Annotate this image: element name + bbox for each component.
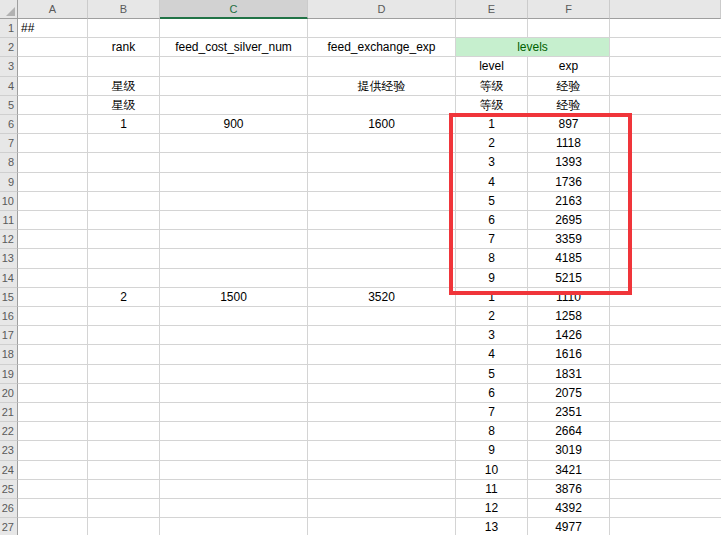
cell-C27[interactable]: [160, 518, 308, 535]
cell-C7[interactable]: [160, 134, 308, 153]
cell-C14[interactable]: [160, 269, 308, 288]
cell-A18[interactable]: [18, 345, 88, 364]
cell-C26[interactable]: [160, 499, 308, 518]
cell-C8[interactable]: [160, 153, 308, 172]
column-header-C[interactable]: C: [160, 0, 308, 19]
cell-C20[interactable]: [160, 384, 308, 403]
cell-E26[interactable]: 12: [456, 499, 528, 518]
cell-B11[interactable]: [88, 211, 160, 230]
row-header-11[interactable]: 11: [0, 211, 18, 230]
cell-C12[interactable]: [160, 230, 308, 249]
cell-C13[interactable]: [160, 249, 308, 268]
cell-A4[interactable]: [18, 77, 88, 96]
cell-E7[interactable]: 2: [456, 134, 528, 153]
cell-D10[interactable]: [308, 192, 456, 211]
cell-A2[interactable]: [18, 38, 88, 57]
cell-A27[interactable]: [18, 518, 88, 535]
cell-B17[interactable]: [88, 326, 160, 345]
cell-C2[interactable]: feed_cost_silver_num: [160, 38, 308, 57]
cell-B12[interactable]: [88, 230, 160, 249]
cell-B25[interactable]: [88, 480, 160, 499]
column-header-B[interactable]: B: [88, 0, 160, 19]
cell-A24[interactable]: [18, 461, 88, 480]
cell-D23[interactable]: [308, 441, 456, 460]
cell-A19[interactable]: [18, 365, 88, 384]
cell-F17[interactable]: 1426: [528, 326, 610, 345]
cell-E5[interactable]: 等级: [456, 96, 528, 115]
cell-F3[interactable]: exp: [528, 57, 610, 76]
cell-E11[interactable]: 6: [456, 211, 528, 230]
cell-D13[interactable]: [308, 249, 456, 268]
cell-B8[interactable]: [88, 153, 160, 172]
cell-B23[interactable]: [88, 441, 160, 460]
cell-C4[interactable]: [160, 77, 308, 96]
cell-A9[interactable]: [18, 173, 88, 192]
cell-C23[interactable]: [160, 441, 308, 460]
cell-A26[interactable]: [18, 499, 88, 518]
cell-B10[interactable]: [88, 192, 160, 211]
cell-D8[interactable]: [308, 153, 456, 172]
cell-F16[interactable]: 1258: [528, 307, 610, 326]
cell-F18[interactable]: 1616: [528, 345, 610, 364]
cell-G26[interactable]: [610, 499, 721, 518]
cell-G1[interactable]: [610, 19, 721, 38]
cell-G3[interactable]: [610, 57, 721, 76]
row-header-24[interactable]: 24: [0, 461, 18, 480]
cell-B4[interactable]: 星级: [88, 77, 160, 96]
cell-E10[interactable]: 5: [456, 192, 528, 211]
cell-A7[interactable]: [18, 134, 88, 153]
cell-C21[interactable]: [160, 403, 308, 422]
cell-G5[interactable]: [610, 96, 721, 115]
cell-G10[interactable]: [610, 192, 721, 211]
cell-G9[interactable]: [610, 173, 721, 192]
cell-B6[interactable]: 1: [88, 115, 160, 134]
cell-E24[interactable]: 10: [456, 461, 528, 480]
cell-F5[interactable]: 经验: [528, 96, 610, 115]
row-header-16[interactable]: 16: [0, 307, 18, 326]
cell-F9[interactable]: 1736: [528, 173, 610, 192]
cell-F10[interactable]: 2163: [528, 192, 610, 211]
cell-E8[interactable]: 3: [456, 153, 528, 172]
cell-C19[interactable]: [160, 365, 308, 384]
cell-G24[interactable]: [610, 461, 721, 480]
cell-E17[interactable]: 3: [456, 326, 528, 345]
cell-C10[interactable]: [160, 192, 308, 211]
cell-A25[interactable]: [18, 480, 88, 499]
cell-G25[interactable]: [610, 480, 721, 499]
cell-A23[interactable]: [18, 441, 88, 460]
cell-E13[interactable]: 8: [456, 249, 528, 268]
merged-cell-levels[interactable]: levels: [456, 38, 610, 57]
cell-A1[interactable]: ##: [18, 19, 88, 38]
row-header-19[interactable]: 19: [0, 365, 18, 384]
cell-F26[interactable]: 4392: [528, 499, 610, 518]
cell-D12[interactable]: [308, 230, 456, 249]
cell-G27[interactable]: [610, 518, 721, 535]
cell-E6[interactable]: 1: [456, 115, 528, 134]
cell-E16[interactable]: 2: [456, 307, 528, 326]
cell-F21[interactable]: 2351: [528, 403, 610, 422]
cell-D4[interactable]: 提供经验: [308, 77, 456, 96]
row-header-23[interactable]: 23: [0, 441, 18, 460]
cell-D20[interactable]: [308, 384, 456, 403]
cell-B9[interactable]: [88, 173, 160, 192]
row-header-7[interactable]: 7: [0, 134, 18, 153]
cell-D19[interactable]: [308, 365, 456, 384]
cell-A20[interactable]: [18, 384, 88, 403]
cell-A13[interactable]: [18, 249, 88, 268]
row-header-14[interactable]: 14: [0, 269, 18, 288]
cell-A8[interactable]: [18, 153, 88, 172]
cell-A3[interactable]: [18, 57, 88, 76]
column-header-D[interactable]: D: [308, 0, 456, 19]
cell-A16[interactable]: [18, 307, 88, 326]
row-header-10[interactable]: 10: [0, 192, 18, 211]
cell-D9[interactable]: [308, 173, 456, 192]
cell-G11[interactable]: [610, 211, 721, 230]
cell-F20[interactable]: 2075: [528, 384, 610, 403]
row-header-20[interactable]: 20: [0, 384, 18, 403]
cell-A12[interactable]: [18, 230, 88, 249]
cell-G15[interactable]: [610, 288, 721, 307]
cell-G17[interactable]: [610, 326, 721, 345]
cell-D2[interactable]: feed_exchange_exp: [308, 38, 456, 57]
row-header-12[interactable]: 12: [0, 230, 18, 249]
row-header-5[interactable]: 5: [0, 96, 18, 115]
